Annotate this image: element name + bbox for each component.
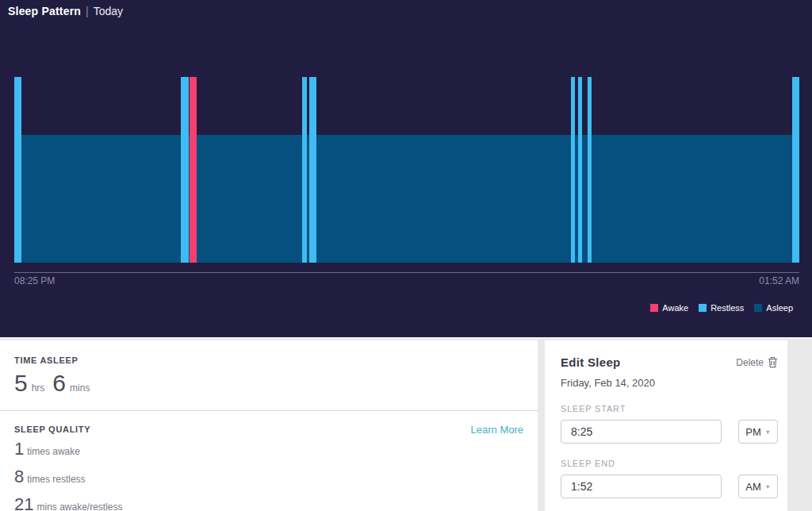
details-section: TIME ASLEEP 5hrs6mins Learn More SLEEP Q… [0, 337, 812, 511]
time-asleep-label: TIME ASLEEP [14, 355, 523, 365]
edit-sleep-header: Edit Sleep Delete [561, 355, 778, 369]
minutes-unit: mins [70, 382, 90, 394]
page-title-main: Sleep Pattern [8, 5, 81, 17]
stat-mins-awake-restless: 21mins awake/restless [14, 494, 523, 511]
sleep-bar-restless[interactable] [14, 77, 21, 263]
stat-times-restless: 8times restless [14, 467, 523, 490]
sleep-bar-restless[interactable] [571, 77, 575, 263]
trash-icon [768, 356, 778, 368]
legend-item-asleep: Asleep [754, 303, 793, 313]
sleep-chart [14, 77, 799, 263]
chevron-down-icon: ▼ [765, 429, 771, 435]
meridiem-value: AM [745, 481, 761, 493]
sleep-bar-restless[interactable] [302, 77, 307, 263]
meridiem-value: PM [745, 426, 761, 438]
stat-value: 21 [14, 494, 33, 511]
stat-value: 8 [14, 467, 24, 486]
time-asleep-block: TIME ASLEEP 5hrs6mins [0, 340, 538, 397]
axis-start-label: 08:25 PM [14, 275, 55, 286]
chevron-down-icon: ▼ [765, 484, 771, 490]
delete-button[interactable]: Delete [736, 356, 778, 368]
stat-unit: mins awake/restless [36, 501, 122, 511]
stat-times-awake: 1times awake [14, 439, 523, 462]
asleep-swatch-icon [754, 304, 762, 312]
legend-item-restless: Restless [699, 303, 744, 313]
stat-value: 1 [14, 439, 24, 459]
learn-more-link[interactable]: Learn More [471, 424, 523, 436]
sleep-start-input[interactable] [561, 420, 722, 444]
sleep-quality-block: Learn More SLEEP QUALITY 1times awake 8t… [0, 411, 538, 511]
sleep-start-row: PM ▼ [561, 420, 778, 444]
sleep-start-label: SLEEP START [561, 404, 778, 413]
sleep-bar-restless[interactable] [309, 77, 316, 263]
delete-label: Delete [736, 357, 764, 368]
sleep-end-input[interactable] [561, 474, 722, 498]
restless-swatch-icon [699, 304, 707, 312]
sleep-bar-restless[interactable] [181, 77, 189, 263]
stat-unit: times awake [27, 446, 80, 457]
sleep-quality-label: SLEEP QUALITY [14, 425, 523, 434]
hours-value: 5 [14, 370, 28, 396]
legend-label: Awake [662, 303, 688, 313]
time-axis [14, 272, 799, 273]
title-separator: | [86, 5, 89, 17]
chart-legend: Awake Restless Asleep [650, 303, 793, 313]
sleep-end-row: AM ▼ [561, 474, 778, 498]
edit-sleep-title: Edit Sleep [561, 355, 621, 369]
page-title-range: Today [94, 5, 123, 17]
sleep-bar-restless[interactable] [792, 77, 799, 263]
legend-label: Restless [710, 303, 744, 313]
sleep-bar-awake[interactable] [190, 77, 197, 263]
hours-unit: hrs [32, 382, 45, 394]
legend-item-awake: Awake [650, 303, 688, 313]
legend-label: Asleep [766, 303, 793, 313]
sleep-start-meridiem-select[interactable]: PM ▼ [738, 420, 778, 444]
edit-sleep-card: Edit Sleep Delete Friday, Feb 14, 2020 S… [545, 340, 787, 511]
sleep-bar-restless[interactable] [588, 77, 592, 263]
axis-end-label: 01:52 AM [759, 275, 799, 286]
sleep-pattern-section: Sleep Pattern | Today 08:25 PM 01:52 AM … [0, 0, 812, 337]
sleep-summary-panel: TIME ASLEEP 5hrs6mins Learn More SLEEP Q… [0, 340, 538, 511]
sleep-date: Friday, Feb 14, 2020 [561, 377, 778, 389]
awake-swatch-icon [650, 304, 658, 312]
sleep-end-label: SLEEP END [561, 459, 778, 468]
page-title: Sleep Pattern | Today [8, 5, 123, 17]
sleep-bar-restless[interactable] [578, 77, 582, 263]
time-asleep-value: 5hrs6mins [14, 370, 523, 397]
asleep-band [14, 135, 799, 263]
sleep-end-meridiem-select[interactable]: AM ▼ [738, 474, 778, 498]
stat-unit: times restless [27, 474, 85, 485]
minutes-value: 6 [52, 370, 66, 396]
